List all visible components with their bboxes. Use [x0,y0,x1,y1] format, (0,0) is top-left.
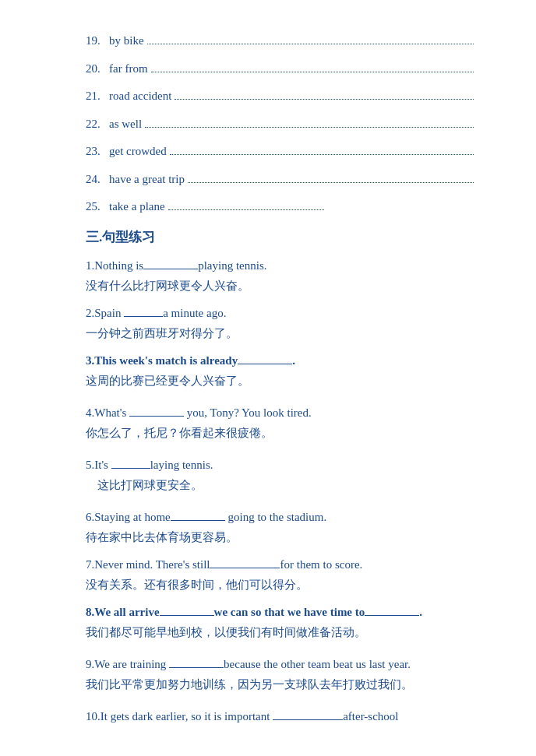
exercise-3-english: 3.This week's match is already. [86,351,474,371]
item-number: 21. [86,86,109,107]
blank-9[interactable] [169,667,224,668]
blank-2[interactable] [124,316,163,317]
exercise-6-english: 6.Staying at home going to the stadium. [86,508,474,528]
exercise-2: 2.Spain a minute ago. 一分钟之前西班牙对得分了。 [86,304,474,343]
exercise-4-english: 4.What's you, Tony? You look tired. [86,403,474,424]
blank-10[interactable] [273,719,343,720]
section-title: 三.句型练习 [86,227,474,249]
item-number: 20. [86,59,109,79]
exercise-9-chinese: 我们比平常更加努力地训练，因为另一支球队去年打败过我们。 [86,675,474,695]
exercises-section: 1.Nothing isplaying tennis. 没有什么比打网球更令人兴… [86,256,474,727]
item-label: get crowded [109,142,167,162]
exercise-7: 7.Never mind. There's stillfor them to s… [86,555,474,595]
exercise-9-english: 9.We are training because the other team… [86,655,474,675]
blank-7[interactable] [210,568,280,568]
exercise-5-english: 5.It's laying tennis. [86,455,474,476]
exercise-6: 6.Staying at home going to the stadium. … [86,508,474,547]
exercise-1-chinese: 没有什么比打网球更令人兴奋。 [86,276,474,297]
exercise-2-chinese: 一分钟之前西班牙对得分了。 [86,324,474,344]
blank-8b[interactable] [365,615,419,616]
exercise-5-chinese: 这比打网球更安全。 [86,476,474,496]
exercise-5: 5.It's laying tennis. 这比打网球更安全。 [86,455,474,495]
vocab-item-23: 23. get crowded [86,142,474,162]
exercise-3: 3.This week's match is already. 这周的比赛已经更… [86,351,474,391]
item-label: far from [109,59,148,79]
dotted-fill [145,127,474,128]
item-label: road accident [109,86,171,107]
item-number: 24. [86,170,109,190]
item-label: take a plane [109,197,165,217]
vocab-section: 19. by bike 20. far from 21. road accide… [86,31,474,217]
blank-6[interactable] [171,520,225,521]
item-label: as well [109,114,142,135]
short-dots [168,209,324,210]
vocab-item-25: 25. take a plane [86,197,474,217]
item-number: 25. [86,197,109,217]
exercise-10: 10.It gets dark earlier, so it is import… [86,707,474,727]
exercise-1: 1.Nothing isplaying tennis. 没有什么比打网球更令人兴… [86,256,474,296]
exercise-8-chinese: 我们都尽可能早地到校，以便我们有时间做准备活动。 [86,623,474,643]
item-number: 19. [86,31,109,51]
item-label: have a great trip [109,170,185,190]
dotted-fill [170,154,474,155]
exercise-9: 9.We are training because the other team… [86,655,474,694]
vocab-item-22: 22. as well [86,114,474,135]
dotted-fill [175,99,474,100]
exercise-4: 4.What's you, Tony? You look tired. 你怎么了… [86,403,474,443]
item-label: by bike [109,31,144,51]
vocab-item-21: 21. road accident [86,86,474,107]
blank-4[interactable] [129,416,184,417]
vocab-item-20: 20. far from [86,59,474,79]
exercise-8: 8.We all arrivewe can so that we have ti… [86,603,474,642]
exercise-2-english: 2.Spain a minute ago. [86,304,474,324]
dotted-fill [147,44,474,44]
blank-1[interactable] [143,269,198,269]
exercise-3-chinese: 这周的比赛已经更令人兴奋了。 [86,371,474,392]
blank-5[interactable] [111,468,150,469]
exercise-7-chinese: 没有关系。还有很多时间，他们可以得分。 [86,575,474,596]
exercise-4-chinese: 你怎么了，托尼？你看起来很疲倦。 [86,424,474,444]
dotted-fill [188,182,474,183]
dotted-fill [151,72,474,72]
blank-3[interactable] [238,364,292,364]
vocab-item-24: 24. have a great trip [86,170,474,190]
vocab-item-19: 19. by bike [86,31,474,51]
exercise-7-english: 7.Never mind. There's stillfor them to s… [86,555,474,575]
item-number: 22. [86,114,109,135]
exercise-6-chinese: 待在家中比去体育场更容易。 [86,528,474,548]
exercise-1-english: 1.Nothing isplaying tennis. [86,256,474,276]
blank-8a[interactable] [160,615,214,616]
exercise-10-english: 10.It gets dark earlier, so it is import… [86,707,474,727]
item-number: 23. [86,142,109,162]
exercise-8-english: 8.We all arrivewe can so that we have ti… [86,603,474,623]
